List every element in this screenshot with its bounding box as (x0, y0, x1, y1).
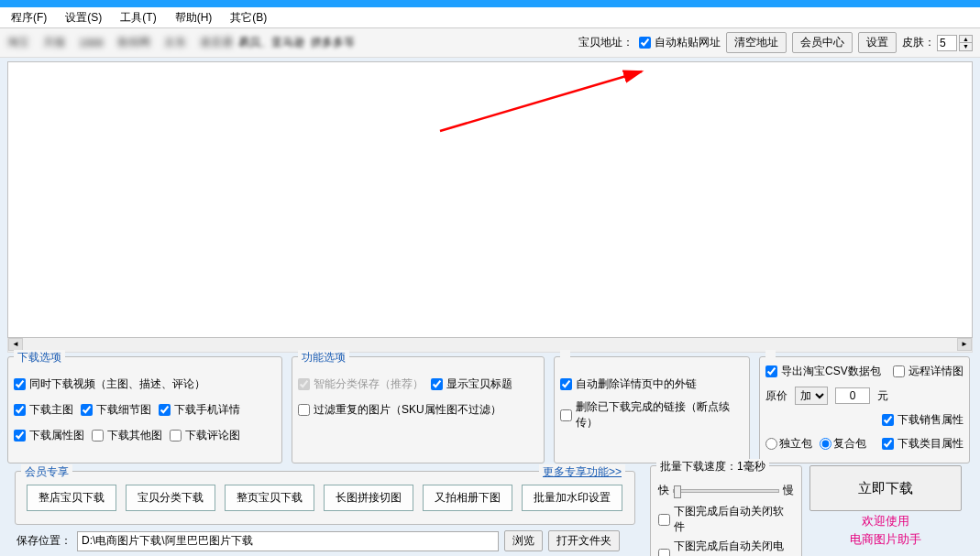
vip-whole-page-button[interactable]: 整页宝贝下载 (225, 485, 314, 511)
scroll-right-icon[interactable]: ► (957, 338, 972, 351)
toolbar: 淘宝天猫1688 敦煌网京东速卖通 易贝、亚马逊 拼多多等 宝贝地址： 自动粘贴… (0, 28, 980, 58)
price-unit: 元 (877, 388, 888, 404)
menu-other[interactable]: 其它(B) (230, 10, 267, 26)
price-label: 原价 (765, 388, 787, 404)
source-sites: 淘宝天猫1688 敦煌网京东速卖通 (7, 35, 233, 50)
download-main-checkbox[interactable]: 下载主图 (14, 402, 73, 418)
settings-button[interactable]: 设置 (858, 32, 897, 53)
link-options-group: 自动删除详情页中的外链 删除已下载完成的链接（断点续传） (554, 356, 750, 463)
clear-address-button[interactable]: 清空地址 (726, 32, 787, 53)
menu-settings[interactable]: 设置(S) (65, 10, 102, 26)
save-path-row: 保存位置： 浏览 打开文件夹 (7, 525, 643, 556)
price-value-input[interactable] (835, 387, 870, 404)
download-attr-checkbox[interactable]: 下载属性图 (14, 428, 84, 443)
save-path-input[interactable] (77, 531, 499, 551)
download-mobile-checkbox[interactable]: 下载手机详情 (159, 402, 240, 418)
welcome-text-1: 欢迎使用 (809, 513, 962, 529)
skin-spinner[interactable]: ▲▼ (959, 35, 973, 51)
menu-help[interactable]: 帮助(H) (175, 10, 213, 26)
action-panel: 立即下载 欢迎使用 电商图片助手 (809, 465, 962, 556)
vip-watermark-button[interactable]: 批量加水印设置 (522, 485, 622, 511)
close-pc-checkbox[interactable]: 下图完成后自动关闭电脑 (658, 539, 794, 556)
options-grid: 下载选项 同时下载视频（主图、描述、评论） 下载主图 下载细节图 下载手机详情 … (0, 353, 980, 463)
address-label: 宝贝地址： (578, 35, 633, 50)
speed-slow-label: 慢 (783, 483, 794, 498)
more-vip-link[interactable]: 更多专享功能>> (539, 464, 625, 480)
speed-slider[interactable] (673, 489, 779, 493)
del-finished-checkbox[interactable]: 删除已下载完成的链接（断点续传） (560, 399, 743, 431)
close-software-checkbox[interactable]: 下图完成后自动关闭软件 (658, 504, 794, 535)
menu-program[interactable]: 程序(F) (11, 10, 47, 26)
vip-group: 会员专享 更多专享功能>> 整店宝贝下载 宝贝分类下载 整页宝贝下载 长图拼接切… (15, 471, 635, 525)
combo-pack-radio[interactable]: 复合包 (820, 436, 866, 452)
function-options-legend: 功能选项 (298, 350, 349, 365)
sources-extra: 易贝、亚马逊 拼多多等 (238, 35, 355, 50)
single-pack-radio[interactable]: 独立包 (765, 436, 812, 452)
export-options-group: 导出淘宝CSV数据包 远程详情图 原价 加 元 下载销售属性 独立包 复合包 下… (759, 356, 970, 463)
vip-youpai-button[interactable]: 又拍相册下图 (423, 485, 512, 511)
export-csv-checkbox[interactable]: 导出淘宝CSV数据包 (765, 364, 881, 379)
download-options-group: 下载选项 同时下载视频（主图、描述、评论） 下载主图 下载细节图 下载手机详情 … (7, 356, 282, 463)
download-comment-checkbox[interactable]: 下载评论图 (170, 428, 240, 443)
price-op-select[interactable]: 加 (795, 387, 828, 405)
download-detail-checkbox[interactable]: 下载细节图 (81, 402, 151, 418)
menu-bar: 程序(F) 设置(S) 工具(T) 帮助(H) 其它(B) (0, 7, 980, 28)
download-video-checkbox[interactable]: 同时下载视频（主图、描述、评论） (14, 376, 205, 392)
save-path-label: 保存位置： (17, 533, 72, 549)
remote-detail-checkbox[interactable]: 远程详情图 (893, 364, 963, 379)
speed-group: 批量下载速度：1毫秒 快 慢 下图完成后自动关闭软件 下图完成后自动关闭电脑 (650, 465, 802, 556)
title-bar (0, 0, 980, 7)
filter-dup-checkbox[interactable]: 过滤重复的图片（SKU属性图不过滤） (298, 402, 501, 418)
open-folder-button[interactable]: 打开文件夹 (548, 530, 620, 551)
scroll-left-icon[interactable]: ◄ (8, 338, 23, 351)
cat-attr-checkbox[interactable]: 下载类目属性 (882, 436, 963, 452)
function-options-group: 功能选项 智能分类保存（推荐） 显示宝贝标题 过滤重复的图片（SKU属性图不过滤… (292, 356, 545, 463)
skin-selector: 皮肤： ▲▼ (902, 35, 973, 51)
welcome-text-2: 电商图片助手 (809, 531, 962, 548)
speed-legend: 批量下载速度：1毫秒 (656, 459, 769, 474)
horizontal-scrollbar[interactable]: ◄ ► (7, 338, 973, 353)
auto-paste-checkbox[interactable]: 自动粘贴网址 (639, 35, 721, 50)
sale-attr-checkbox[interactable]: 下载销售属性 (882, 412, 963, 428)
download-other-checkbox[interactable]: 下载其他图 (92, 428, 162, 443)
url-textarea[interactable] (7, 61, 973, 338)
skin-input[interactable] (937, 35, 957, 51)
vip-category-button[interactable]: 宝贝分类下载 (126, 485, 215, 511)
skin-label: 皮肤： (902, 35, 935, 50)
bottom-area: 会员专享 更多专享功能>> 整店宝贝下载 宝贝分类下载 整页宝贝下载 长图拼接切… (0, 463, 980, 556)
vip-whole-store-button[interactable]: 整店宝贝下载 (27, 485, 116, 511)
browse-button[interactable]: 浏览 (504, 530, 543, 551)
start-download-button[interactable]: 立即下载 (809, 465, 962, 511)
menu-tools[interactable]: 工具(T) (120, 10, 156, 26)
vip-long-image-button[interactable]: 长图拼接切图 (324, 485, 413, 511)
smart-save-checkbox: 智能分类保存（推荐） (298, 376, 424, 392)
show-title-checkbox[interactable]: 显示宝贝标题 (431, 376, 512, 392)
del-external-checkbox[interactable]: 自动删除详情页中的外链 (560, 376, 697, 392)
speed-fast-label: 快 (658, 483, 669, 498)
member-center-button[interactable]: 会员中心 (792, 32, 853, 53)
download-options-legend: 下载选项 (14, 350, 65, 365)
vip-legend: 会员专享 (21, 464, 72, 480)
